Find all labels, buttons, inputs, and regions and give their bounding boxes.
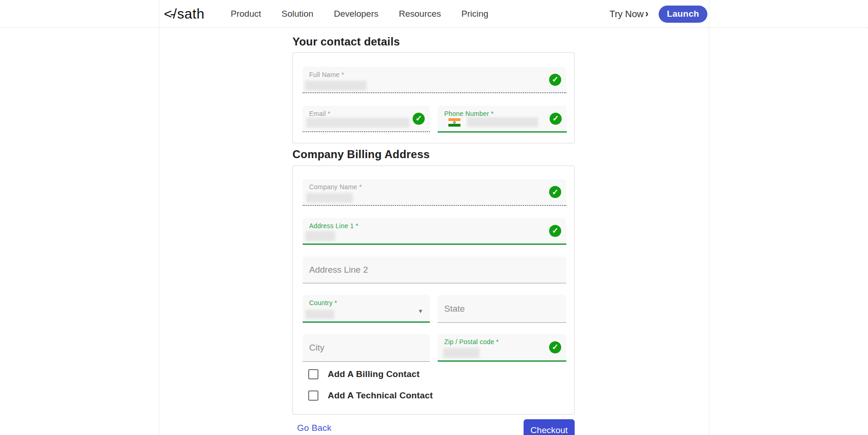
redacted-value: [305, 81, 367, 90]
redacted-value: [306, 118, 409, 128]
redacted-value: [305, 231, 335, 241]
zip-postal-code-field[interactable]: Zip / Postal code * ✓: [438, 334, 566, 362]
flag-green-stripe: [448, 124, 460, 127]
logo-name: sath: [177, 6, 205, 22]
company-name-label: Company Name *: [309, 183, 362, 191]
nav-item-resources[interactable]: Resources: [399, 9, 441, 19]
try-now-label: Try Now: [609, 9, 644, 19]
valid-check-icon: ✓: [549, 341, 561, 353]
chevron-right-icon: ›: [645, 9, 648, 19]
checkbox-unchecked-icon[interactable]: [308, 369, 318, 379]
full-name-label: Full Name *: [309, 71, 344, 78]
address-line-1-label: Address Line 1 *: [309, 222, 358, 230]
valid-check-icon: ✓: [549, 186, 561, 198]
full-name-field[interactable]: Full Name * ✓: [303, 67, 566, 93]
try-now-link[interactable]: Try Now ›: [609, 9, 648, 19]
chevron-down-icon[interactable]: ▼: [418, 308, 423, 314]
state-field[interactable]: [438, 295, 566, 323]
redacted-value: [467, 117, 538, 127]
address-line-1-field[interactable]: Address Line 1 * ✓: [303, 218, 566, 245]
company-name-field[interactable]: Company Name * ✓: [303, 179, 566, 206]
valid-check-icon: ✓: [413, 113, 425, 125]
zip-label: Zip / Postal code *: [444, 338, 499, 345]
nav-item-solution[interactable]: Solution: [281, 9, 313, 19]
country-field[interactable]: Country * ▼: [303, 295, 430, 323]
contact-section-title: Your contact details: [292, 35, 400, 48]
nav-item-pricing[interactable]: Pricing: [461, 9, 488, 19]
add-technical-contact-checkbox-row[interactable]: Add A Technical Contact: [308, 390, 433, 401]
logo-code-mark-icon: <-/: [164, 6, 175, 22]
state-input[interactable]: [438, 295, 566, 322]
redacted-value: [443, 348, 479, 358]
nav-item-developers[interactable]: Developers: [334, 9, 378, 19]
country-label: Country *: [309, 299, 337, 307]
nav-item-product[interactable]: Product: [231, 9, 261, 19]
add-technical-contact-label: Add A Technical Contact: [328, 390, 433, 401]
add-billing-contact-label: Add A Billing Contact: [328, 369, 420, 379]
billing-section-title: Company Billing Address: [292, 148, 430, 161]
redacted-value: [306, 193, 353, 203]
flag-chakra: [453, 122, 456, 124]
phone-label: Phone Number *: [444, 110, 493, 117]
go-back-link[interactable]: Go Back: [297, 423, 331, 433]
address-line-2-field[interactable]: [303, 256, 566, 283]
flag-white-stripe: [448, 121, 460, 124]
launch-button[interactable]: Launch: [659, 6, 707, 23]
address-line-2-input[interactable]: [303, 256, 566, 283]
city-field[interactable]: [303, 334, 430, 362]
email-field[interactable]: Email * ✓: [303, 106, 430, 132]
city-input[interactable]: [303, 334, 430, 361]
nav-menu: Product Solution Developers Resources Pr…: [231, 0, 488, 28]
add-billing-contact-checkbox-row[interactable]: Add A Billing Contact: [308, 369, 420, 379]
valid-check-icon: ✓: [550, 113, 562, 125]
valid-check-icon: ✓: [549, 74, 561, 86]
contact-card: Full Name * ✓ Email * ✓ Phone Number * ✓: [292, 52, 575, 143]
india-flag-icon[interactable]: [448, 118, 460, 127]
nav-right-group: Try Now › Launch: [609, 0, 707, 28]
phone-field[interactable]: Phone Number * ✓: [438, 106, 567, 133]
email-label: Email *: [309, 110, 330, 117]
valid-check-icon: ✓: [549, 225, 561, 237]
redacted-value: [305, 310, 334, 319]
billing-card: Company Name * ✓ Address Line 1 * ✓ Coun…: [292, 166, 575, 415]
sath-logo[interactable]: <-/sath: [164, 6, 205, 22]
checkout-button[interactable]: Checkout: [524, 419, 575, 435]
checkbox-unchecked-icon[interactable]: [308, 390, 318, 401]
